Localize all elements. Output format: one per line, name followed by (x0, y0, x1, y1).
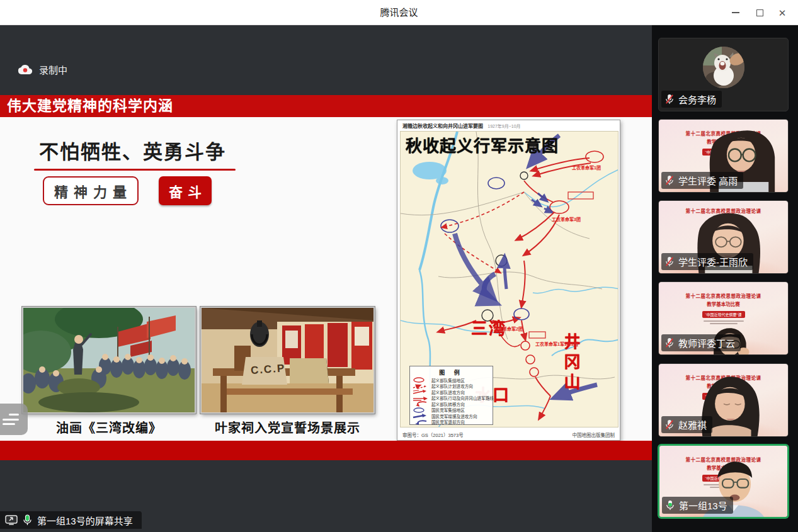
map-footer: 审图号：GS（2021）3573号 中国地图出版集团制 (402, 431, 615, 438)
photo-shrine-scene: C.C.P (200, 307, 375, 414)
screen-share-indicator: 第一组13号的屏幕共享 (0, 511, 142, 529)
legend-row: 起义部队计划进攻方向 (413, 383, 490, 390)
participant-name-badge: 教师评委丁云 (661, 334, 741, 351)
participant-name: 第一组13号 (679, 499, 727, 512)
legend-label: 国民党军退却方向 (431, 419, 465, 425)
legend-red-oval-icon (413, 377, 429, 383)
cloud-record-icon (18, 64, 33, 75)
participant-tile-group1-no13[interactable]: 第十二届北京高校思想政治理论课 教学基本功比赛 “中国近现代史纲要”课 (658, 444, 789, 518)
active-mic-icon (665, 500, 675, 511)
map-unit-label-3: 工农革命军3团 (552, 216, 581, 222)
map-unit-label-1: 工农革命军1团 (572, 164, 601, 171)
march-map-panel: 湘赣边秋收起义和向井冈山进军要图 1927年9月~10月 (397, 120, 620, 441)
participant-name-badge: 学生评委 高雨 (661, 172, 743, 189)
close-button[interactable]: ✕ (772, 0, 793, 25)
cat-avatar-art (703, 47, 744, 88)
maximize-icon (756, 9, 763, 16)
participant-name: 教师评委丁云 (678, 336, 735, 349)
legend-label: 起义部队行动及向井冈山进军路线 (431, 395, 494, 401)
shrine-scene-art (202, 308, 373, 412)
annotation-list-button[interactable] (0, 404, 28, 435)
map-unit-label-2: 工农革命军2团 (494, 325, 523, 332)
participant-tile-gaoyu[interactable]: 第十二届北京高校思想政治理论课 教学基本功比赛 “中国近现代史纲要”课 (658, 119, 789, 193)
slide-banner-title: 伟大建党精神的科学内涵 (0, 95, 652, 117)
participant-tile-wangyuxin[interactable]: 第十二届北京高校思想政治理论课 学生评委-王雨欣 (658, 200, 789, 274)
legend-row: 起义部队进攻方向 (413, 389, 490, 395)
map-legend: 图 例 起义部队集结地区 起义部队计划进攻方向 起义部队进攻方向 (409, 366, 493, 425)
legend-label: 国民党军集结地区 (431, 407, 465, 413)
tag-spiritual-power: 精神力量 (43, 176, 139, 205)
participant-tile-zhaoyaqi[interactable]: 第十二届北京高校思想政治理论课 教学基本功比赛 “中国近现代史纲要”课 (658, 363, 789, 437)
legend-row: 起义部队转移方向 (413, 401, 490, 407)
slide-bottom-bar (0, 441, 652, 460)
participant-name: 学生评委-王雨欣 (678, 255, 748, 268)
heading-underline (34, 169, 236, 171)
map-publisher: 中国地图出版集团制 (573, 431, 615, 438)
window-titlebar: 腾讯会议 ✕ (0, 0, 798, 25)
muted-mic-icon (664, 337, 675, 348)
share-bar-label: 第一组13号的屏幕共享 (37, 514, 133, 527)
legend-blue-oval-icon (413, 407, 429, 413)
legend-label: 国民党军增援及进攻方向 (431, 413, 477, 419)
photo-oil-painting (22, 307, 196, 414)
list-icon (3, 412, 19, 426)
map-header-date: 1927年9月~10月 (487, 124, 520, 128)
legend-label: 起义部队进攻方向 (431, 389, 465, 395)
map-header-text: 湘赣边秋收起义和向井冈山进军要图 (402, 123, 483, 129)
legend-row: 国民党军退却方向 (413, 419, 490, 426)
ccp-cloth-text: C.C.P (250, 362, 286, 377)
legend-blue-hook-arrow-icon (413, 419, 429, 425)
participant-name: 赵雅祺 (678, 418, 707, 431)
maximize-button[interactable] (749, 0, 770, 25)
close-icon: ✕ (778, 8, 787, 18)
meeting-window: 腾讯会议 ✕ 录制中 伟大建党精神的科学内涵 不怕牺牲、英勇斗争 精神力量 奋斗 (0, 0, 798, 532)
photo1-caption: 油画《三湾改编》 (22, 418, 196, 436)
participant-name: 会务李杨 (678, 93, 716, 106)
photo2-caption: 叶家祠入党宣誓场景展示 (200, 418, 375, 436)
map-header: 湘赣边秋收起义和向井冈山进军要图 1927年9月~10月 (402, 122, 521, 129)
legend-blue-arrow-icon (413, 413, 429, 419)
map-unit-label-detail: 工农革命军1军1师1团 (535, 341, 578, 347)
minimize-icon (732, 12, 739, 13)
muted-mic-icon (664, 419, 675, 430)
tag-struggle: 奋斗 (159, 176, 212, 205)
recording-label: 录制中 (39, 63, 67, 76)
legend-red-dashed-arrow-icon (413, 383, 429, 389)
participant-name-badge: 赵雅祺 (661, 416, 712, 433)
participant-tile-dingyun[interactable]: 第十二届北京高校思想政治理论课 教学基本功比赛 “中国近现代史纲要”课 (658, 281, 789, 355)
muted-mic-icon (664, 256, 675, 267)
minimize-button[interactable] (725, 0, 746, 25)
legend-label: 起义部队计划进攻方向 (431, 383, 473, 389)
legend-row: 国民党军集结地区 (413, 407, 490, 414)
legend-row: 国民党军增援及进攻方向 (413, 413, 490, 419)
map-approval-number: 审图号：GS（2021）3573号 (402, 431, 464, 438)
participant-tile-huiwu-liyang[interactable]: 会务李杨 (658, 38, 789, 111)
screen-share-icon (5, 514, 18, 526)
muted-mic-icon (664, 175, 675, 186)
participant-name-badge: 会务李杨 (661, 91, 722, 108)
map-title: 秋收起义行军示意图 (406, 133, 559, 156)
legend-red-arrow-icon (413, 389, 429, 395)
active-mic-icon (23, 514, 32, 526)
legend-red-hook-arrow-icon (413, 401, 429, 407)
legend-row: 起义部队集结地区 (413, 377, 490, 383)
participant-name: 学生评委 高雨 (678, 174, 738, 187)
avatar (703, 47, 744, 88)
slide-heading: 不怕牺牲、英勇斗争 (39, 136, 226, 164)
muted-mic-icon (664, 94, 675, 105)
participants-sidebar: 会务李杨 第十二届北京高校思想政治理论课 教学基本功比赛 “中国近现代史纲要”课 (652, 25, 798, 532)
participant-name-badge: 学生评委-王雨欣 (661, 253, 753, 270)
participant-name-badge: 第一组13号 (662, 497, 733, 514)
map-canvas: 秋收起义行军示意图 三湾 井冈山 水口 工农革命军1团 工农革命军3团 工农革命… (400, 131, 618, 427)
legend-red-route-arrow-icon (413, 395, 429, 401)
recording-indicator: 录制中 (18, 63, 67, 76)
legend-row: 起义部队行动及向井冈山进军路线 (413, 395, 490, 402)
screen-share-area: 录制中 伟大建党精神的科学内涵 不怕牺牲、英勇斗争 精神力量 奋斗 (0, 25, 652, 532)
legend-label: 起义部队转移方向 (431, 401, 465, 407)
window-title: 腾讯会议 (0, 0, 798, 25)
slide-content: 不怕牺牲、英勇斗争 精神力量 奋斗 (0, 117, 652, 441)
legend-title: 图 例 (413, 368, 490, 376)
legend-label: 起义部队集结地区 (431, 377, 465, 383)
oil-painting-art (23, 308, 195, 412)
